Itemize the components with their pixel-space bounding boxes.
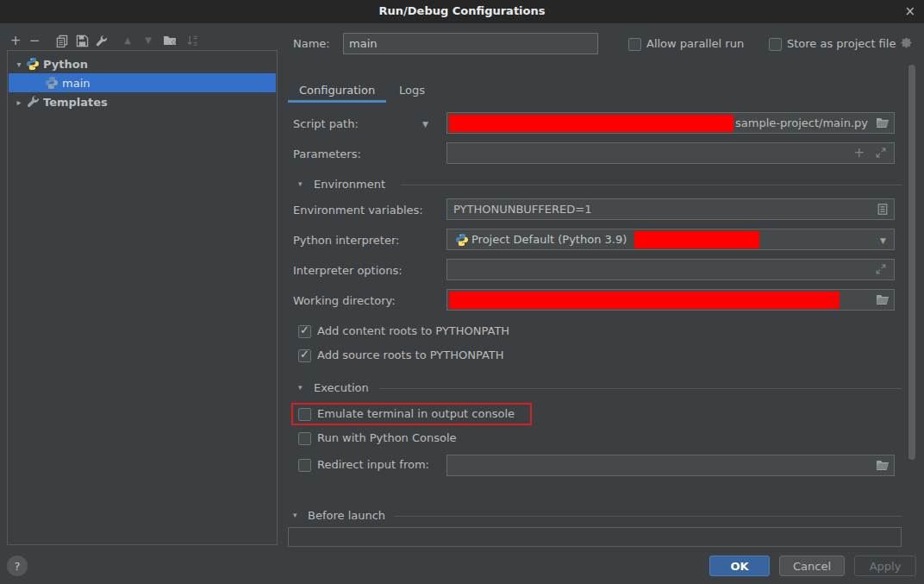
before-launch-collapse-icon[interactable]: ▾	[293, 511, 297, 519]
environment-variables-value: PYTHONUNBUFFERED=1	[453, 203, 591, 216]
active-tab-underline	[288, 100, 386, 103]
script-path-dropdown-icon[interactable]: ▼	[422, 120, 428, 129]
run-with-python-console-label: Run with Python Console	[317, 431, 457, 444]
section-divider	[401, 185, 902, 185]
interpreter-options-field[interactable]	[446, 259, 895, 280]
titlebar: Run/Debug Configurations ×	[0, 0, 924, 23]
section-divider	[379, 388, 902, 389]
tree-item-python-group[interactable]: ▾ Python	[9, 54, 276, 73]
new-folder-icon[interactable]	[162, 33, 178, 48]
tree-item-label: Templates	[43, 96, 108, 109]
redaction-overlay	[634, 231, 759, 248]
run-debug-configurations-dialog: Run/Debug Configurations × + − ▲ ▼ ▾ Pyt…	[0, 0, 924, 584]
cancel-button[interactable]: Cancel	[779, 556, 845, 576]
script-path-value: sample-project/main.py	[735, 116, 868, 129]
environment-variables-field[interactable]: PYTHONUNBUFFERED=1	[446, 198, 895, 220]
python-icon	[45, 76, 59, 90]
tree-item-label: main	[62, 77, 90, 90]
chevron-down-icon[interactable]: ▾	[14, 60, 24, 69]
tab-logs[interactable]: Logs	[399, 84, 425, 97]
python-icon	[26, 57, 40, 71]
add-content-roots-checkbox[interactable]: ✓	[298, 325, 311, 338]
add-source-roots-checkbox[interactable]: ✓	[298, 349, 311, 362]
ok-button[interactable]: OK	[709, 556, 770, 576]
parameters-label: Parameters:	[293, 148, 361, 160]
add-content-roots-label: Add content roots to PYTHONPATH	[317, 324, 509, 337]
before-launch-task-list[interactable]	[288, 527, 902, 547]
add-source-roots-label: Add source roots to PYTHONPATH	[317, 349, 504, 361]
remove-configuration-icon[interactable]: −	[27, 33, 42, 48]
python-interpreter-label: Python interpreter:	[293, 234, 399, 247]
script-path-label: Script path:	[293, 117, 359, 130]
redaction-overlay	[449, 292, 840, 309]
wrench-icon	[26, 95, 40, 109]
configurations-tree-panel: ▾ Python main ▸ Templates	[7, 50, 278, 545]
redirect-input-checkbox[interactable]	[298, 459, 311, 472]
vertical-scrollbar-thumb[interactable]	[908, 65, 915, 460]
emulate-terminal-label: Emulate terminal in output console	[317, 407, 515, 420]
section-divider	[395, 516, 902, 517]
move-up-icon[interactable]: ▲	[120, 33, 135, 48]
python-icon	[455, 233, 469, 247]
redaction-overlay	[449, 115, 734, 132]
name-input[interactable]	[343, 33, 598, 54]
close-icon[interactable]: ×	[904, 3, 915, 19]
emulate-terminal-checkbox[interactable]	[298, 408, 311, 421]
move-down-icon[interactable]: ▼	[140, 33, 156, 48]
edit-templates-wrench-icon[interactable]	[93, 33, 109, 48]
expand-field-icon[interactable]	[875, 263, 887, 278]
name-label: Name:	[293, 37, 330, 50]
allow-parallel-run-checkbox[interactable]	[628, 38, 641, 51]
environment-collapse-icon[interactable]: ▾	[298, 179, 303, 188]
folder-browse-icon[interactable]	[876, 293, 890, 308]
parameters-field[interactable]: +	[446, 142, 895, 164]
interpreter-options-label: Interpreter options:	[293, 264, 403, 277]
tree-item-templates-group[interactable]: ▸ Templates	[9, 92, 276, 111]
python-interpreter-combobox[interactable]: Project Default (Python 3.9) ▼	[446, 229, 895, 250]
store-as-project-file-checkbox[interactable]	[769, 38, 782, 51]
python-interpreter-value: Project Default (Python 3.9)	[471, 233, 627, 246]
redirect-input-field[interactable]	[446, 455, 895, 476]
allow-parallel-run-label: Allow parallel run	[646, 37, 744, 50]
apply-button[interactable]: Apply	[854, 556, 916, 576]
interpreter-dropdown-icon[interactable]: ▼	[880, 236, 886, 245]
folder-browse-icon[interactable]	[876, 459, 890, 474]
edit-variables-icon[interactable]	[877, 203, 889, 218]
execution-section-label[interactable]: Execution	[314, 381, 369, 394]
save-configuration-icon[interactable]	[74, 33, 90, 48]
tree-item-main-selected[interactable]: main	[9, 73, 276, 92]
working-directory-label: Working directory:	[293, 294, 396, 307]
before-launch-section-label[interactable]: Before launch	[308, 509, 385, 522]
store-as-project-file-label: Store as project file	[787, 37, 896, 50]
tree-item-label: Python	[43, 58, 88, 71]
working-directory-field[interactable]	[446, 289, 895, 311]
add-configuration-icon[interactable]: +	[8, 33, 23, 48]
sort-alphabetically-icon[interactable]	[184, 33, 200, 48]
gear-icon[interactable]	[900, 37, 913, 53]
add-macro-icon[interactable]: +	[853, 145, 865, 160]
copy-configuration-icon[interactable]	[53, 33, 69, 48]
tab-configuration[interactable]: Configuration	[299, 84, 375, 97]
run-with-python-console-checkbox[interactable]	[298, 432, 311, 445]
execution-collapse-icon[interactable]: ▾	[298, 383, 303, 392]
expand-field-icon[interactable]	[875, 147, 887, 161]
environment-variables-label: Environment variables:	[293, 204, 423, 217]
script-path-field[interactable]: sample-project/main.py	[446, 112, 895, 134]
environment-section-label[interactable]: Environment	[314, 178, 385, 191]
chevron-right-icon[interactable]: ▸	[14, 97, 24, 107]
help-button[interactable]: ?	[7, 556, 28, 576]
dialog-title: Run/Debug Configurations	[0, 4, 924, 17]
folder-browse-icon[interactable]	[876, 116, 890, 131]
redirect-input-label: Redirect input from:	[317, 458, 429, 471]
